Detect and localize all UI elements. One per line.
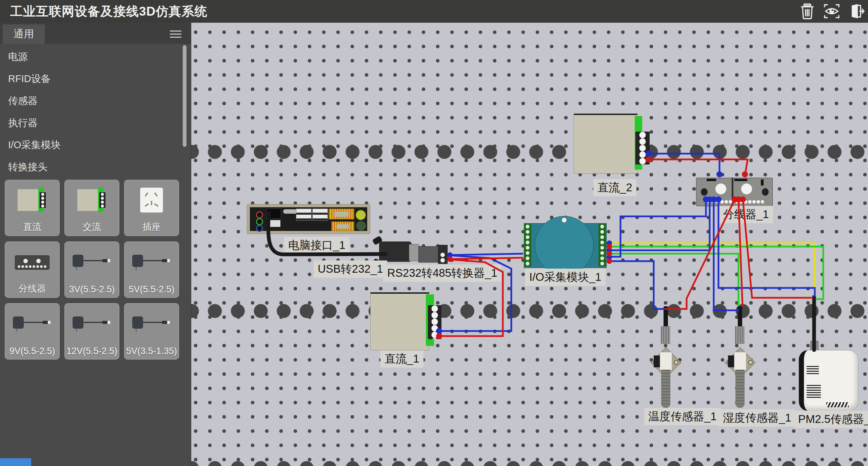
temp-sensor-cable bbox=[664, 306, 668, 327]
card-adapter-5v[interactable]: 5V(5.5-2.5) bbox=[124, 241, 179, 298]
tag-splitter: 分线器_1 bbox=[719, 206, 773, 223]
splitter-icon bbox=[15, 255, 50, 270]
audio-port-green bbox=[256, 218, 263, 225]
temp-sensor-probe bbox=[661, 370, 670, 408]
humidity-sensor-collar bbox=[734, 352, 746, 370]
device-rs232-to-485[interactable] bbox=[418, 246, 439, 263]
card-adapter-3v[interactable]: 3V(5.5-2.5) bbox=[64, 241, 119, 298]
card-dc-power[interactable]: 直流 bbox=[5, 180, 60, 236]
humidity-sensor-cable bbox=[738, 306, 742, 327]
dc1-terminal-block[interactable] bbox=[428, 305, 441, 339]
pm25-vent bbox=[807, 385, 821, 398]
splitter-knob-right bbox=[762, 188, 769, 196]
rs485-terminal bbox=[438, 245, 448, 264]
sidebar-header: 通用 bbox=[0, 23, 191, 44]
serial-port-sticker bbox=[329, 209, 354, 219]
menu-item-sensor[interactable]: 传感器 bbox=[0, 90, 191, 112]
splitter-ports-left bbox=[708, 200, 734, 204]
app-window: 直流_2 电脑接口_1 USB转232_1 RS232转485转换器_1 I/O… bbox=[0, 0, 868, 466]
device-splitter[interactable] bbox=[696, 178, 773, 206]
page-title: 工业互联网设备及接线3D仿真系统 bbox=[10, 3, 207, 20]
exit-icon[interactable] bbox=[848, 3, 865, 20]
component-sidebar: 通用 电源 RFID设备 传感器 执行器 I/O采集模块 转换接头 直流 交流 bbox=[0, 23, 191, 466]
card-adapter-12v[interactable]: 12V(5.5-2.5) bbox=[64, 303, 119, 360]
audio-port-red bbox=[256, 211, 263, 218]
ps2-oval-port bbox=[283, 209, 297, 214]
tag-computer-port: 电脑接口_1 bbox=[284, 237, 350, 254]
pm25-vent bbox=[807, 365, 819, 374]
trash-icon[interactable] bbox=[799, 3, 816, 20]
pegboard-dot-row bbox=[191, 303, 868, 319]
adapter-icon bbox=[130, 315, 173, 337]
socket-icon bbox=[140, 188, 163, 213]
adapter-icon bbox=[130, 253, 173, 275]
card-ac-power[interactable]: 交流 bbox=[64, 180, 119, 236]
pm25-hatch-marks bbox=[826, 402, 849, 407]
device-dc2[interactable] bbox=[574, 114, 637, 174]
temp-sensor-collar bbox=[660, 352, 672, 370]
device-pm25-sensor[interactable] bbox=[799, 350, 859, 411]
audio-port-blue bbox=[256, 225, 263, 232]
menu-item-io-module[interactable]: I/O采集模块 bbox=[0, 134, 191, 156]
splitter-knob-left bbox=[701, 188, 708, 196]
humidity-sensor-cone bbox=[735, 326, 745, 344]
io-screw-top bbox=[561, 217, 567, 223]
humidity-sensor-probe bbox=[735, 370, 745, 408]
category-menu: 电源 RFID设备 传感器 执行器 I/O采集模块 转换接头 bbox=[0, 46, 191, 178]
splitter-ports-right bbox=[735, 200, 764, 204]
card-adapter-5v-135[interactable]: 5V(3.5-1.35) bbox=[124, 303, 179, 360]
adapter-icon bbox=[11, 315, 54, 337]
ac-power-icon bbox=[77, 188, 107, 212]
tab-general[interactable]: 通用 bbox=[3, 24, 45, 44]
io-terminal-right[interactable] bbox=[598, 224, 606, 267]
tag-pm25-sensor: PM2.5传感器_1 bbox=[794, 411, 868, 428]
dc2-terminal-block[interactable] bbox=[635, 132, 650, 164]
pegboard-dot-row bbox=[191, 459, 868, 466]
tag-humidity-sensor: 湿度传感器_1 bbox=[719, 409, 795, 427]
computer-port-panel bbox=[250, 207, 367, 231]
usb-port-white bbox=[268, 220, 280, 227]
tag-dc2: 直流_2 bbox=[593, 179, 636, 196]
db9-connector bbox=[409, 244, 419, 261]
card-adapter-9v[interactable]: 9V(5.5-2.5) bbox=[5, 303, 60, 360]
lan-round-port bbox=[356, 210, 366, 220]
io-terminal-left[interactable] bbox=[524, 224, 531, 267]
title-bar: 工业互联网设备及接线3D仿真系统 bbox=[0, 0, 868, 23]
temp-sensor-cone bbox=[661, 326, 670, 344]
splitter-screw-left bbox=[715, 183, 726, 194]
device-dc1[interactable] bbox=[370, 292, 429, 350]
card-socket[interactable]: 插座 bbox=[124, 180, 179, 236]
pegboard-dot-row bbox=[191, 144, 868, 160]
menu-item-actuator[interactable]: 执行器 bbox=[0, 112, 191, 134]
tag-io-module: I/O采集模块_1 bbox=[525, 269, 606, 286]
splitter-screw-right bbox=[741, 183, 752, 194]
sidebar-scrollbar[interactable] bbox=[183, 45, 186, 147]
menu-icon[interactable] bbox=[170, 31, 181, 38]
temp-mount-hole bbox=[674, 360, 678, 365]
usb-stack-2 bbox=[312, 209, 328, 221]
corner-badge bbox=[0, 458, 31, 466]
usb-stack-1 bbox=[296, 209, 312, 221]
dc-power-icon bbox=[17, 188, 47, 212]
menu-item-adapter[interactable]: 转换接头 bbox=[0, 156, 191, 178]
tag-usb-to-232: USB转232_1 bbox=[314, 260, 387, 278]
device-usb-to-232[interactable] bbox=[379, 241, 412, 262]
usb-port-plugged bbox=[266, 209, 281, 219]
tag-dc1: 直流_1 bbox=[380, 350, 423, 368]
round-port-dark bbox=[356, 221, 366, 231]
io-module-cylinder bbox=[535, 216, 594, 275]
menu-item-power[interactable]: 电源 bbox=[0, 46, 191, 68]
component-card-grid: 直流 交流 插座 分线器 bbox=[5, 180, 183, 360]
tag-rs232-to-485: RS232转485转换器_1 bbox=[383, 265, 501, 282]
tag-temp-sensor: 温度传感器_1 bbox=[644, 408, 721, 425]
card-splitter[interactable]: 分线器 bbox=[5, 241, 60, 298]
adapter-icon bbox=[71, 315, 113, 337]
adapter-icon bbox=[71, 253, 113, 275]
preview-eye-icon[interactable] bbox=[823, 3, 840, 20]
menu-item-rfid[interactable]: RFID设备 bbox=[0, 68, 191, 90]
humidity-mount-hole bbox=[748, 360, 753, 365]
vga-port-sticker bbox=[331, 221, 354, 231]
device-computer-port[interactable] bbox=[247, 204, 370, 234]
